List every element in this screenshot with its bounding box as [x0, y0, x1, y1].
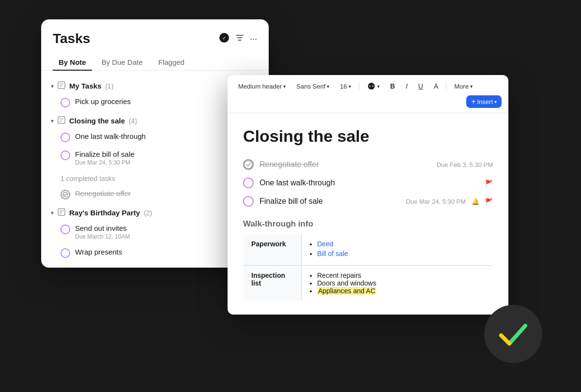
table-label-paperwork: Paperwork — [244, 234, 302, 266]
task-name-groceries: Pick up groceries — [75, 97, 246, 106]
bold-btn[interactable]: B — [386, 80, 399, 92]
insert-chevron: ▾ — [494, 99, 497, 105]
birthday-count: (2) — [144, 209, 152, 217]
more-chevron: ▾ — [470, 84, 473, 89]
task-due-invites: Due March 12, 10AM — [75, 233, 237, 240]
closing-count: (4) — [129, 117, 137, 125]
more-label: More — [454, 83, 469, 90]
heading-dropdown[interactable]: Medium header ▾ — [234, 81, 290, 92]
editor-toolbar: Medium header ▾ Sans Serif ▾ 16 ▾ ▾ B I … — [228, 75, 508, 113]
more-icon[interactable]: ··· — [250, 34, 257, 44]
section-birthday-icon — [58, 208, 65, 217]
my-tasks-count: (1) — [105, 82, 113, 90]
font-label: Sans Serif — [296, 83, 325, 90]
birthday-title: Ray's Birthday Party — [69, 209, 140, 217]
checkmark-svg — [496, 317, 530, 351]
chevron-birthday: ▾ — [51, 210, 54, 216]
underline-btn[interactable]: U — [414, 80, 427, 92]
editor-task-name-renegotiate: Renegotiate offer — [260, 160, 431, 169]
task-name-invites: Send out invites — [75, 224, 237, 232]
size-label: 16 — [340, 83, 347, 90]
svg-text:✓: ✓ — [222, 35, 226, 41]
toolbar-sep-2 — [446, 82, 446, 90]
insert-label: Insert — [477, 98, 493, 106]
task-circle-bill[interactable] — [61, 151, 70, 160]
bell-icon-editor-bill: 🔔 — [472, 198, 479, 205]
chevron-my-tasks: ▾ — [51, 83, 54, 90]
task-content-bill: Finalize bill of sale Due Mar 24, 5:30 P… — [75, 150, 237, 166]
editor-circle-bill[interactable] — [243, 196, 254, 207]
task-circle-renegotiate[interactable] — [61, 190, 70, 199]
task-due-bill: Due Mar 24, 5:30 PM — [75, 159, 237, 166]
table-row-paperwork: Paperwork Deed Bill of sale — [244, 234, 493, 266]
table-row-inspection: Inspection list Recent repairs Doors and… — [244, 266, 493, 301]
task-content-invites: Send out invites Due March 12, 10AM — [75, 224, 237, 240]
editor-task-due-renegotiate: Due Feb 3, 5:30 PM — [437, 161, 493, 168]
closing-title: Closing the sale — [69, 117, 125, 125]
deed-link[interactable]: Deed — [317, 240, 485, 248]
font-chevron: ▾ — [327, 84, 329, 89]
task-circle-invites[interactable] — [61, 225, 70, 234]
more-btn[interactable]: More ▾ — [450, 81, 476, 92]
task-name-walk: One last walk-through — [75, 132, 237, 140]
editor-panel: Medium header ▾ Sans Serif ▾ 16 ▾ ▾ B I … — [228, 75, 508, 315]
task-content-walk: One last walk-through — [75, 132, 237, 140]
tasks-header: Tasks ✓ ··· — [41, 19, 269, 46]
walk-through-info-header: Walk-through info — [243, 219, 493, 229]
color-chevron: ▾ — [377, 84, 380, 89]
inspection-list: Recent repairs Doors and windows Applian… — [309, 271, 485, 295]
editor-task-due-bill: Due Mar 24, 5:30 PM — [406, 198, 466, 205]
tab-flagged[interactable]: Flagged — [153, 54, 190, 70]
checkmark-circle — [484, 305, 542, 363]
highlight-appliances: Appliances and AC — [317, 287, 376, 295]
editor-title: Closing the sale — [243, 127, 493, 146]
paperwork-bill-of-sale: Bill of sale — [317, 250, 485, 257]
task-circle-groceries[interactable] — [61, 98, 70, 107]
color-btn[interactable]: ▾ — [363, 80, 383, 92]
tasks-tabs: By Note By Due Date Flagged — [41, 46, 269, 71]
section-closing-icon — [58, 116, 65, 125]
size-dropdown[interactable]: 16 ▾ — [336, 81, 354, 92]
inspection-doors: Doors and windows — [317, 279, 485, 287]
inspection-repairs: Recent repairs — [317, 271, 485, 279]
text-size-btn[interactable]: A — [430, 80, 442, 92]
size-chevron: ▾ — [349, 84, 351, 89]
editor-task-name-walk: One last walk-through — [260, 179, 479, 187]
bill-of-sale-link[interactable]: Bill of sale — [317, 250, 485, 257]
svg-point-19 — [369, 85, 371, 87]
inspection-appliances: Appliances and AC — [317, 287, 485, 295]
paperwork-list: Deed Bill of sale — [309, 240, 485, 257]
task-circle-walk[interactable] — [61, 133, 70, 142]
table-label-inspection: Inspection list — [244, 266, 302, 301]
heading-chevron: ▾ — [283, 84, 286, 89]
table-content-paperwork: Deed Bill of sale — [302, 234, 493, 266]
tab-by-due-date[interactable]: By Due Date — [96, 54, 149, 70]
svg-point-21 — [245, 161, 252, 168]
editor-circle-renegotiate[interactable] — [243, 159, 254, 170]
paperwork-deed: Deed — [317, 240, 485, 248]
tasks-header-icons: ✓ ··· — [219, 32, 257, 45]
task-content-groceries: Pick up groceries — [75, 97, 246, 106]
svg-point-20 — [372, 85, 374, 87]
assign-icon[interactable]: ✓ — [219, 32, 229, 45]
section-my-tasks-icon — [58, 81, 65, 90]
task-name-bill: Finalize bill of sale — [75, 150, 237, 158]
insert-btn[interactable]: + Insert ▾ — [466, 95, 502, 108]
task-circle-wrap[interactable] — [61, 248, 70, 258]
flag-icon-editor-bill: 🚩 — [485, 198, 493, 205]
editor-task-walk[interactable]: One last walk-through 🚩 — [243, 174, 493, 192]
filter-icon[interactable] — [235, 33, 244, 45]
italic-btn[interactable]: I — [402, 80, 412, 92]
info-table: Paperwork Deed Bill of sale Inspection l… — [243, 234, 493, 301]
tab-by-note[interactable]: By Note — [53, 54, 92, 70]
editor-task-bill[interactable]: Finalize bill of sale Due Mar 24, 5:30 P… — [243, 192, 493, 211]
editor-task-renegotiate[interactable]: Renegotiate offer Due Feb 3, 5:30 PM — [243, 155, 493, 174]
editor-task-name-bill: Finalize bill of sale — [260, 197, 400, 206]
my-tasks-title: My Tasks — [69, 82, 101, 90]
editor-body[interactable]: Closing the sale Renegotiate offer Due F… — [228, 113, 508, 315]
editor-circle-walk[interactable] — [243, 178, 254, 188]
tasks-panel-title: Tasks — [53, 31, 90, 46]
toolbar-sep-1 — [359, 82, 359, 90]
font-dropdown[interactable]: Sans Serif ▾ — [292, 81, 333, 92]
flag-icon-editor-walk: 🚩 — [485, 180, 493, 187]
